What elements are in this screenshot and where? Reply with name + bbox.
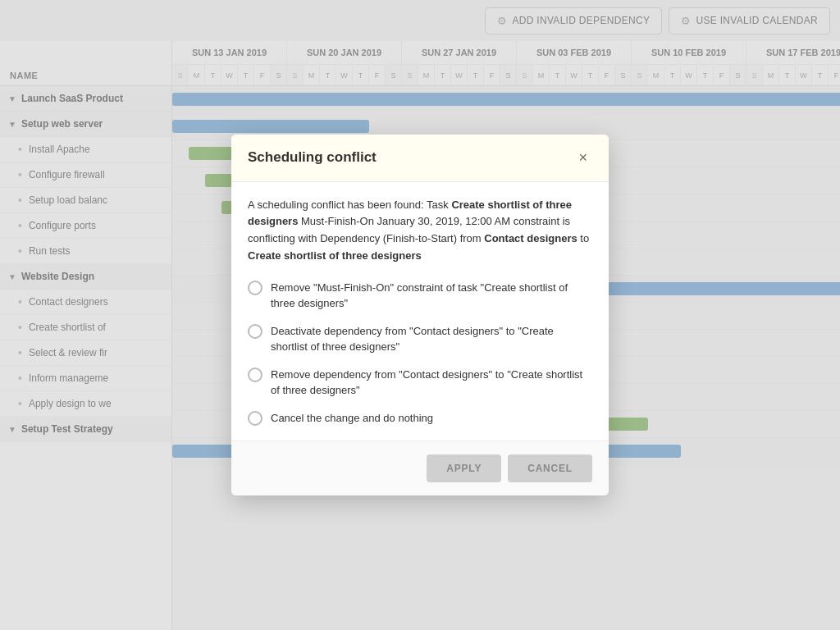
radio-option-1[interactable]: Remove "Must-Finish-On" constraint of ta… [248, 280, 592, 312]
modal-body: A scheduling conflict has been found: Ta… [231, 182, 609, 441]
modal-footer: APPLY CANCEL [231, 441, 609, 495]
radio-option-2[interactable]: Deactivate dependency from "Contact desi… [248, 323, 592, 355]
radio-label-1: Remove "Must-Finish-On" constraint of ta… [271, 280, 592, 312]
modal-description: A scheduling conflict has been found: Ta… [248, 197, 592, 265]
modal-header: Scheduling conflict × [231, 135, 609, 182]
radio-circle-1[interactable] [248, 281, 262, 295]
radio-option-3[interactable]: Remove dependency from "Contact designer… [248, 367, 592, 399]
radio-options: Remove "Must-Finish-On" constraint of ta… [248, 280, 592, 427]
modal-title: Scheduling conflict [248, 149, 377, 166]
modal-close-button[interactable]: × [573, 148, 592, 168]
radio-circle-4[interactable] [248, 411, 262, 426]
radio-label-3: Remove dependency from "Contact designer… [271, 367, 592, 399]
apply-button[interactable]: APPLY [427, 454, 501, 482]
radio-circle-2[interactable] [248, 324, 262, 339]
radio-option-4[interactable]: Cancel the change and do nothing [248, 410, 592, 427]
cancel-button[interactable]: CANCEL [508, 454, 592, 482]
modal-backdrop: Scheduling conflict × A scheduling confl… [0, 0, 840, 630]
scheduling-conflict-modal: Scheduling conflict × A scheduling confl… [231, 135, 609, 496]
radio-label-4: Cancel the change and do nothing [271, 410, 433, 427]
radio-label-2: Deactivate dependency from "Contact desi… [271, 323, 592, 355]
radio-circle-3[interactable] [248, 368, 262, 382]
